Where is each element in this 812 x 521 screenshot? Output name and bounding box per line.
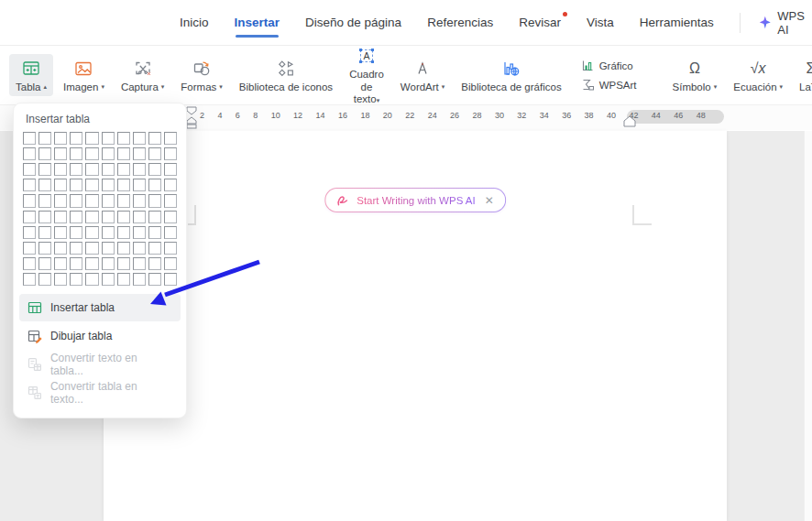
biblioteca-graficos-button[interactable]: Biblioteca de gráficos (455, 54, 567, 97)
table-grid-cell[interactable] (164, 163, 177, 176)
table-grid-cell[interactable] (133, 194, 146, 207)
table-grid-cell[interactable] (38, 257, 51, 270)
table-grid-cell[interactable] (23, 147, 36, 160)
table-grid-cell[interactable] (117, 273, 130, 286)
imagen-button[interactable]: Imagen▾ (57, 54, 111, 97)
table-grid-cell[interactable] (117, 242, 130, 255)
table-grid-cell[interactable] (70, 147, 82, 160)
table-grid-cell[interactable] (38, 132, 51, 145)
table-grid-cell[interactable] (38, 179, 51, 191)
wordart-button[interactable]: WordArt▾ (394, 54, 451, 97)
table-grid-cell[interactable] (70, 132, 82, 145)
table-grid-cell[interactable] (117, 211, 130, 223)
tab-herramientas[interactable]: Herramientas (640, 16, 714, 29)
table-grid-cell[interactable] (70, 211, 82, 223)
table-grid-cell[interactable] (133, 163, 146, 176)
table-grid-cell[interactable] (23, 132, 36, 145)
table-grid-cell[interactable] (164, 132, 177, 145)
table-grid-cell[interactable] (85, 211, 98, 223)
table-grid-cell[interactable] (133, 179, 146, 191)
table-grid-cell[interactable] (133, 257, 146, 270)
table-grid-cell[interactable] (164, 226, 177, 239)
table-grid-cell[interactable] (70, 179, 82, 191)
table-grid-cell[interactable] (85, 132, 98, 145)
table-grid-cell[interactable] (70, 257, 82, 270)
table-grid-cell[interactable] (117, 194, 130, 207)
table-grid-cell[interactable] (164, 147, 177, 160)
ecuacion-button[interactable]: √x Ecuación▾ (727, 54, 789, 97)
table-grid-cell[interactable] (148, 179, 161, 191)
table-grid-cell[interactable] (102, 242, 115, 255)
close-icon[interactable]: ✕ (485, 194, 494, 207)
captura-button[interactable]: Captura▾ (115, 54, 170, 97)
vertical-scrollbar[interactable] (804, 131, 812, 521)
tab-vista[interactable]: Vista (587, 16, 614, 29)
table-grid-cell[interactable] (117, 226, 130, 239)
table-grid-cell[interactable] (117, 257, 130, 270)
tab-insertar[interactable]: Insertar (235, 16, 280, 29)
table-grid-cell[interactable] (23, 273, 36, 286)
menu-item-insertar-tabla[interactable]: Insertar tabla (19, 294, 181, 321)
tab-diseno-de-pagina[interactable]: Diseño de página (305, 16, 401, 29)
table-grid-cell[interactable] (23, 226, 36, 239)
table-grid-cell[interactable] (38, 273, 51, 286)
table-grid-cell[interactable] (148, 194, 161, 207)
table-grid-cell[interactable] (70, 273, 82, 286)
menu-item-convertir-tabla-en-texto[interactable]: Convertir tabla en texto... (19, 379, 181, 407)
grafico-button[interactable]: Gráfico (581, 59, 633, 72)
table-grid-cell[interactable] (70, 226, 82, 239)
table-grid-cell[interactable] (70, 163, 82, 176)
table-grid-cell[interactable] (164, 179, 177, 191)
table-grid-cell[interactable] (164, 211, 177, 223)
table-grid[interactable] (23, 132, 177, 286)
table-grid-cell[interactable] (133, 132, 146, 145)
table-grid-cell[interactable] (54, 194, 67, 207)
table-grid-cell[interactable] (102, 211, 115, 223)
table-grid-cell[interactable] (164, 257, 177, 270)
table-grid-cell[interactable] (23, 242, 36, 255)
table-grid-cell[interactable] (54, 179, 67, 191)
table-grid-cell[interactable] (148, 211, 161, 223)
table-grid-cell[interactable] (102, 132, 115, 145)
table-grid-cell[interactable] (102, 163, 115, 176)
table-grid-cell[interactable] (102, 194, 115, 207)
wps-ai-writing-pill[interactable]: Start Writing with WPS AI ✕ (324, 188, 506, 212)
tab-inicio[interactable]: Inicio (180, 16, 209, 29)
table-grid-cell[interactable] (164, 194, 177, 207)
table-grid-cell[interactable] (85, 147, 98, 160)
table-grid-cell[interactable] (54, 163, 67, 176)
table-grid-cell[interactable] (102, 179, 115, 191)
table-grid-cell[interactable] (117, 163, 130, 176)
table-grid-cell[interactable] (148, 273, 161, 286)
menu-item-convertir-texto-en-tabla[interactable]: Convertir texto en tabla... (19, 351, 181, 378)
table-grid-cell[interactable] (70, 194, 82, 207)
table-grid-cell[interactable] (23, 211, 36, 223)
table-grid-cell[interactable] (38, 211, 51, 223)
table-grid-cell[interactable] (102, 147, 115, 160)
table-grid-cell[interactable] (23, 257, 36, 270)
table-grid-cell[interactable] (164, 273, 177, 286)
table-grid-cell[interactable] (133, 242, 146, 255)
table-grid-cell[interactable] (85, 226, 98, 239)
table-grid-cell[interactable] (54, 147, 67, 160)
table-grid-cell[interactable] (54, 242, 67, 255)
table-grid-cell[interactable] (148, 163, 161, 176)
tab-revisar[interactable]: Revisar (519, 16, 561, 29)
table-grid-cell[interactable] (85, 242, 98, 255)
table-grid-cell[interactable] (133, 147, 146, 160)
table-grid-cell[interactable] (54, 257, 67, 270)
cuadro-texto-button[interactable]: A Cuadrode texto▾ (343, 41, 390, 109)
formas-button[interactable]: Formas▾ (174, 54, 229, 97)
table-grid-cell[interactable] (23, 179, 36, 191)
table-grid-cell[interactable] (102, 226, 115, 239)
table-grid-cell[interactable] (164, 242, 177, 255)
table-grid-cell[interactable] (85, 179, 98, 191)
left-indent-marker[interactable] (185, 106, 198, 129)
menu-item-dibujar-tabla[interactable]: Dibujar tabla (19, 322, 181, 350)
table-grid-cell[interactable] (148, 147, 161, 160)
table-grid-cell[interactable] (102, 257, 115, 270)
table-grid-cell[interactable] (148, 132, 161, 145)
table-grid-cell[interactable] (54, 132, 67, 145)
table-grid-cell[interactable] (54, 226, 67, 239)
table-grid-cell[interactable] (38, 163, 51, 176)
